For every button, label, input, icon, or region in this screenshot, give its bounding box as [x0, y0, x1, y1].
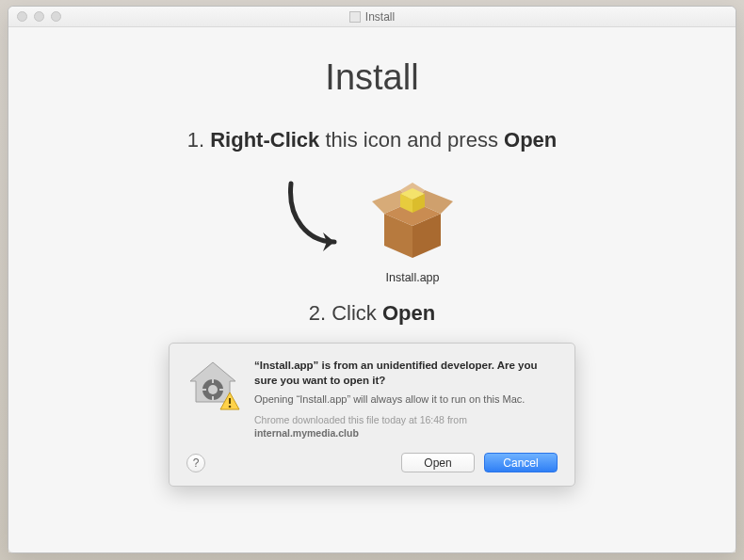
content-area: Install 1. Right-Click this icon and pre… [8, 27, 736, 552]
step-1-prefix: 1. [187, 128, 210, 152]
dialog-text: “Install.app” is from an unidentified de… [254, 359, 558, 440]
dialog-footer: ? Open Cancel [186, 453, 558, 472]
step-2-open: Open [382, 301, 435, 325]
dialog-subtext: Opening “Install.app” will always allow … [254, 392, 558, 407]
disk-icon [349, 11, 361, 23]
help-icon: ? [193, 456, 200, 470]
open-button-label: Open [424, 456, 451, 470]
dialog-app-icon [186, 359, 239, 440]
step-1-instruction: 1. Right-Click this icon and press Open [187, 128, 558, 152]
dialog-source-domain: internal.mymedia.club [254, 427, 359, 439]
svg-point-11 [208, 385, 218, 394]
installer-window: Install Install 1. Right-Click this icon… [8, 6, 736, 553]
open-button[interactable]: Open [401, 453, 475, 472]
cancel-button-label: Cancel [503, 456, 538, 470]
warning-badge-icon [218, 391, 241, 413]
page-title: Install [325, 57, 418, 98]
step-1-mid: this icon and press [319, 128, 504, 152]
gatekeeper-dialog: “Install.app” is from an unidentified de… [169, 343, 575, 487]
dialog-source: Chrome downloaded this file today at 16:… [254, 413, 558, 440]
step-2-instruction: 2. Click Open [309, 301, 435, 326]
install-app-icon[interactable]: Install.app [361, 162, 464, 284]
step-1-open: Open [504, 128, 557, 152]
step-2-prefix: 2. Click [309, 301, 382, 325]
titlebar[interactable]: Install [8, 7, 736, 27]
icon-row: Install.app [280, 162, 464, 284]
svg-point-18 [229, 406, 232, 408]
window-title-text: Install [365, 10, 395, 24]
package-label: Install.app [386, 271, 440, 284]
package-box-icon [361, 162, 464, 265]
window-title: Install [8, 10, 736, 24]
curved-arrow-icon [280, 176, 355, 261]
dialog-source-prefix: Chrome downloaded this file today at 16:… [254, 414, 467, 425]
dialog-headline: “Install.app” is from an unidentified de… [254, 359, 558, 388]
cancel-button[interactable]: Cancel [484, 453, 558, 472]
step-1-rightclick: Right-Click [210, 128, 319, 152]
help-button[interactable]: ? [186, 454, 205, 472]
